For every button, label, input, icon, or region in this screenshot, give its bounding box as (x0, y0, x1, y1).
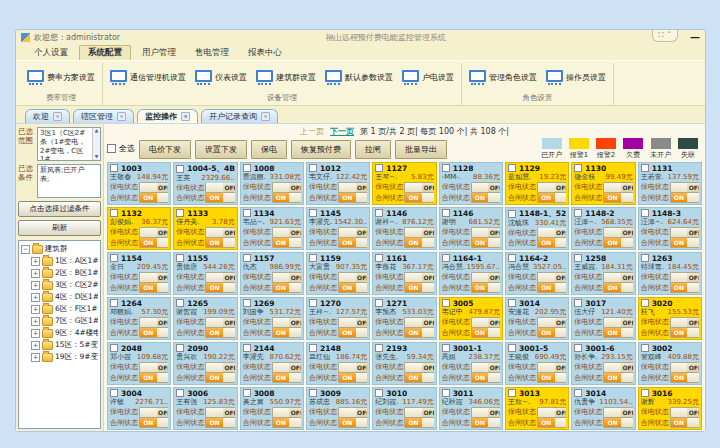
gate-status-toggle[interactable]: ON (537, 238, 566, 248)
card-checkbox[interactable] (375, 209, 383, 217)
meter-card[interactable]: 1133佳丹美.3.78元保电状态OFF合闸状态ON (173, 207, 237, 250)
gate-status-toggle[interactable]: ON (205, 193, 234, 203)
meter-card[interactable]: 1134韦品~.921.63元保电状态OFF合闸状态ON (240, 207, 304, 250)
gate-status-toggle[interactable]: ON (471, 418, 500, 428)
meter-card[interactable]: 1003王敬春148.94元保电状态OFF合闸状态ON (107, 162, 171, 205)
card-checkbox[interactable] (243, 389, 251, 397)
gate-status-toggle[interactable]: ON (603, 238, 632, 248)
gate-status-toggle[interactable]: ON (338, 328, 367, 338)
keep-status-toggle[interactable]: OFF (404, 317, 433, 327)
meter-card[interactable]: 1132彭俊娟.36.37元保电状态OFF合闸状态ON (107, 207, 171, 250)
card-checkbox[interactable] (574, 164, 582, 172)
meter-card[interactable]: 3013王欣~.97.81元保电状态OFF合闸状态ON (505, 387, 569, 430)
meter-card[interactable]: 1148-2汪潭~.568.35元保电状态OFF合闸状态ON (571, 207, 635, 250)
keep-status-toggle[interactable]: OFF (404, 272, 433, 282)
card-checkbox[interactable] (110, 254, 118, 262)
card-checkbox[interactable] (309, 389, 317, 397)
card-checkbox[interactable] (375, 164, 383, 172)
menu-item[interactable]: 报表中心 (240, 46, 290, 60)
keep-status-toggle[interactable]: OFF (537, 317, 566, 327)
keep-status-toggle[interactable]: OFF (272, 227, 301, 237)
gate-status-toggle[interactable]: ON (537, 418, 566, 428)
ribbon-button[interactable]: 管理角色设置 (466, 68, 540, 87)
meter-card[interactable]: 2144李灌先870.62元保电状态OFF合闸状态ON (240, 342, 304, 385)
keep-status-toggle[interactable]: OFF (205, 362, 234, 372)
tree-item[interactable]: +2区：B区1#井（1#变… (21, 267, 98, 279)
menu-item[interactable]: 个人设置 (26, 46, 76, 60)
keep-status-toggle[interactable]: OFF (139, 227, 168, 237)
meter-card[interactable]: 1127王琴~.5.83元保电状态OFF合闸状态ON (372, 162, 436, 205)
gate-status-toggle[interactable]: ON (338, 193, 367, 203)
gate-status-toggle[interactable]: ON (205, 283, 234, 293)
expand-icon[interactable]: + (31, 281, 40, 290)
meter-card[interactable]: 1128-MM-.88.36元保电状态OFF合闸状态ON (439, 162, 503, 205)
card-checkbox[interactable] (508, 254, 516, 262)
action-button[interactable]: 拉闸 (355, 140, 391, 159)
ribbon-button[interactable]: 操作员设置 (543, 68, 609, 87)
meter-card[interactable]: 1164-1冯合慧.1595.67..保电状态OFF合闸状态ON (439, 252, 503, 295)
close-icon[interactable]: × (261, 112, 270, 121)
meter-card[interactable]: 3011纪秋霞346.06元保电状态OFF合闸状态ON (439, 387, 503, 430)
gate-status-toggle[interactable]: ON (404, 283, 433, 293)
meter-card[interactable]: 1146谢明681.52元保电状态OFF合闸状态ON (439, 207, 503, 250)
meter-card[interactable]: 1146谢祥~.876.12元保电状态OFF合闸状态ON (372, 207, 436, 250)
gate-status-toggle[interactable]: ON (205, 238, 234, 248)
close-icon[interactable]: × (117, 112, 126, 121)
card-checkbox[interactable] (309, 344, 317, 352)
ribbon-button[interactable]: 默认参数设置 (322, 68, 396, 87)
keep-status-toggle[interactable]: OFF (537, 272, 566, 282)
collapse-icon[interactable]: − (21, 245, 30, 254)
keep-status-toggle[interactable]: OFF (139, 317, 168, 327)
keep-status-toggle[interactable]: OFF (471, 272, 500, 282)
card-checkbox[interactable] (574, 254, 582, 262)
gate-status-toggle[interactable]: ON (205, 418, 234, 428)
meter-card[interactable]: 1148-3汪潭~.624.64元保电状态OFF合闸状态ON (638, 207, 702, 250)
card-checkbox[interactable] (375, 344, 383, 352)
gate-status-toggle[interactable]: ON (139, 283, 168, 293)
meter-card[interactable]: 3010纪刘霞.117.49元保电状态OFF合闸状态ON (372, 387, 436, 430)
tree-item[interactable]: +15区：5#变站（3#变… (21, 339, 98, 351)
gate-status-toggle[interactable]: ON (670, 283, 699, 293)
gate-status-toggle[interactable]: ON (537, 283, 566, 293)
keep-status-toggle[interactable]: OFF (338, 407, 367, 417)
card-checkbox[interactable] (375, 389, 383, 397)
meter-card[interactable]: 1269刘国争531.72元保电状态OFF合闸状态ON (240, 297, 304, 340)
select-all[interactable]: 全选 (107, 143, 135, 154)
keep-status-toggle[interactable]: OFF (603, 317, 632, 327)
gate-status-toggle[interactable]: ON (603, 193, 632, 203)
gate-status-toggle[interactable]: ON (471, 193, 500, 203)
gate-status-toggle[interactable]: ON (272, 193, 301, 203)
keep-status-toggle[interactable]: OFF (338, 362, 367, 372)
gate-status-toggle[interactable]: ON (139, 418, 168, 428)
action-button[interactable]: 电价下发 (139, 140, 191, 159)
meter-card[interactable]: 1263特球雪.184.45元保电状态OFF合闸状态ON (638, 252, 702, 295)
skin-icon[interactable]: ⛶ (659, 31, 664, 39)
meter-card[interactable]: 3009苏成忠885.16元保电状态OFF合闸状态ON (306, 387, 370, 430)
gate-status-toggle[interactable]: ON (139, 328, 168, 338)
expand-icon[interactable]: + (31, 305, 40, 314)
meter-card[interactable]: 3014仇贵争1103.54..保电状态OFF合闸状态ON (571, 387, 635, 430)
action-button[interactable]: 保电 (251, 140, 287, 159)
meter-card[interactable]: 3004许敏2276.71..保电状态OFF合闸状态ON (107, 387, 171, 430)
expand-icon[interactable]: + (31, 341, 40, 350)
meter-card[interactable]: 3001-6孙长争.293.15元保电状态OFF合闸状态ON (571, 342, 635, 385)
keep-status-toggle[interactable]: OFF (205, 272, 234, 282)
gate-status-toggle[interactable]: ON (139, 373, 168, 383)
meter-card[interactable]: 1258王威霞.184.31元保电状态OFF合闸状态ON (571, 252, 635, 295)
expand-icon[interactable]: + (31, 257, 40, 266)
gate-status-toggle[interactable]: ON (338, 418, 367, 428)
ribbon-button[interactable]: 通信管理机设置 (107, 68, 189, 87)
keep-status-toggle[interactable]: OFF (603, 362, 632, 372)
keep-status-toggle[interactable]: OFF (139, 182, 168, 192)
meter-card[interactable]: 1159大富贵907.35元保电状态OFF合闸状态ON (306, 252, 370, 295)
card-checkbox[interactable] (641, 389, 649, 397)
keep-status-toggle[interactable]: OFF (338, 272, 367, 282)
expand-icon[interactable]: + (31, 293, 40, 302)
keep-status-toggle[interactable]: OFF (205, 317, 234, 327)
card-checkbox[interactable] (442, 164, 450, 172)
gate-status-toggle[interactable]: ON (205, 373, 234, 383)
keep-status-toggle[interactable]: OFF (471, 227, 500, 237)
minimize-button[interactable]: — (690, 34, 700, 42)
gate-status-toggle[interactable]: ON (205, 328, 234, 338)
keep-status-toggle[interactable]: OFF (603, 407, 632, 417)
